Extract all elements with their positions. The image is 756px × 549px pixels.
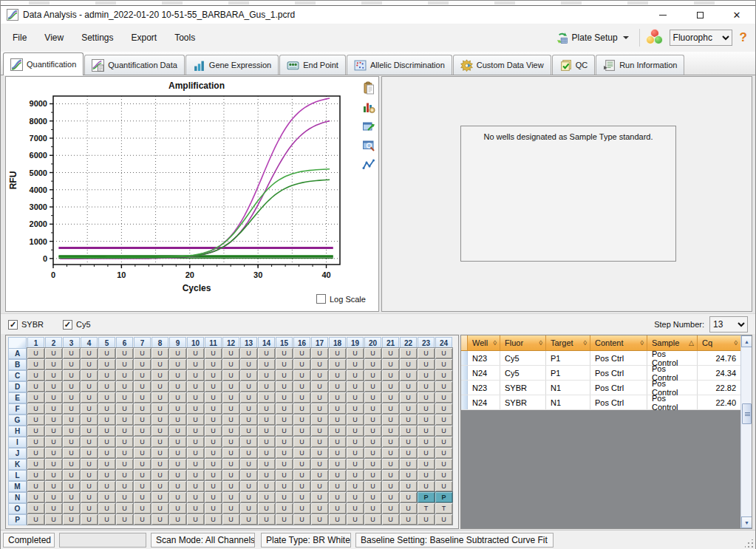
well-L6[interactable]: U [116,470,133,480]
well-K2[interactable]: U [45,459,62,469]
tab-allelic-discrimination[interactable]: Allelic Discrimination [347,55,452,75]
well-P22[interactable]: U [400,514,417,525]
well-C21[interactable]: U [382,370,399,381]
well-O5[interactable]: U [98,503,115,514]
well-N21[interactable]: U [382,492,399,502]
row-header[interactable] [461,351,468,365]
well-E16[interactable]: U [293,392,310,403]
well-J19[interactable]: U [347,448,364,458]
well-C11[interactable]: U [205,370,222,381]
well-F16[interactable]: U [293,403,310,414]
well-L2[interactable]: U [45,470,62,480]
fluorophore-select[interactable]: Fluorophc [670,30,732,46]
well-G10[interactable]: U [187,415,204,425]
well-I7[interactable]: U [134,437,151,447]
well-L24[interactable]: U [435,470,452,480]
well-F10[interactable]: U [187,403,204,414]
well-C6[interactable]: U [116,370,133,381]
well-A3[interactable]: U [63,348,80,358]
cy5-checkbox[interactable]: ✓ [63,320,72,330]
column-header-fluor[interactable]: Fluor◊ [500,335,546,351]
well-F13[interactable]: U [240,403,257,414]
well-A18[interactable]: U [329,348,346,358]
well-B2[interactable]: U [45,359,62,369]
well-B17[interactable]: U [311,359,328,369]
table-row[interactable]: N23Cy5P1Pos CtrlPos Control24.76 [461,351,741,366]
well-J3[interactable]: U [63,448,80,458]
well-E17[interactable]: U [311,392,328,403]
well-O19[interactable]: U [347,503,364,514]
well-B22[interactable]: U [400,359,417,369]
plate-row-header-H[interactable]: H [8,426,27,437]
row-header[interactable] [461,395,468,409]
well-M8[interactable]: U [151,481,168,491]
well-G11[interactable]: U [205,415,222,425]
well-L9[interactable]: U [169,470,186,480]
well-J6[interactable]: U [116,448,133,458]
well-P12[interactable]: U [222,514,239,525]
plate-column-header-16[interactable]: 16 [293,337,310,349]
well-C15[interactable]: U [276,370,293,381]
well-K8[interactable]: U [151,459,168,469]
well-I4[interactable]: U [81,437,98,447]
well-H15[interactable]: U [276,426,293,436]
well-A22[interactable]: U [400,348,417,358]
plate-row-header-E[interactable]: E [8,392,27,403]
well-L19[interactable]: U [347,470,364,480]
well-C23[interactable]: U [418,370,435,381]
well-H6[interactable]: U [116,426,133,436]
well-J13[interactable]: U [240,448,257,458]
well-N8[interactable]: U [151,492,168,502]
well-O10[interactable]: U [187,503,204,514]
column-header-cq[interactable]: Cq◊ [698,335,741,351]
cell-cq[interactable]: 22.82 [698,381,741,395]
well-J20[interactable]: U [364,448,381,458]
well-J2[interactable]: U [45,448,62,458]
well-F4[interactable]: U [81,403,98,414]
plate-column-header-11[interactable]: 11 [205,337,222,349]
well-F8[interactable]: U [151,403,168,414]
well-G12[interactable]: U [222,415,239,425]
well-G3[interactable]: U [63,415,80,425]
well-G1[interactable]: U [27,415,44,425]
well-K21[interactable]: U [382,459,399,469]
well-F23[interactable]: U [418,403,435,414]
well-D11[interactable]: U [205,381,222,392]
well-E6[interactable]: U [116,392,133,403]
well-H8[interactable]: U [151,426,168,436]
well-C7[interactable]: U [134,370,151,381]
well-J21[interactable]: U [382,448,399,458]
well-E3[interactable]: U [63,392,80,403]
well-E4[interactable]: U [81,392,98,403]
well-G14[interactable]: U [258,415,275,425]
plate-row-header-A[interactable]: A [8,348,27,359]
well-J11[interactable]: U [205,448,222,458]
well-J5[interactable]: U [98,448,115,458]
well-C3[interactable]: U [63,370,80,381]
well-K17[interactable]: U [311,459,328,469]
zoom-chart-button[interactable] [362,139,375,152]
cell-well[interactable]: N24 [468,395,500,409]
well-K13[interactable]: U [240,459,257,469]
well-P21[interactable]: U [382,514,399,525]
well-N12[interactable]: U [222,492,239,502]
well-H2[interactable]: U [45,426,62,436]
well-N11[interactable]: U [205,492,222,502]
well-N24[interactable]: P [435,492,452,502]
well-N13[interactable]: U [240,492,257,502]
well-J9[interactable]: U [169,448,186,458]
well-J10[interactable]: U [187,448,204,458]
plate-column-header-1[interactable]: 1 [27,337,44,349]
well-B7[interactable]: U [134,359,151,369]
well-I3[interactable]: U [63,437,80,447]
plate-row-header-N[interactable]: N [8,492,27,503]
well-G2[interactable]: U [45,415,62,425]
well-H9[interactable]: U [169,426,186,436]
well-N6[interactable]: U [116,492,133,502]
well-C18[interactable]: U [329,370,346,381]
well-K6[interactable]: U [116,459,133,469]
menu-file[interactable]: File [4,33,35,43]
well-I6[interactable]: U [116,437,133,447]
well-K9[interactable]: U [169,459,186,469]
well-H19[interactable]: U [347,426,364,436]
